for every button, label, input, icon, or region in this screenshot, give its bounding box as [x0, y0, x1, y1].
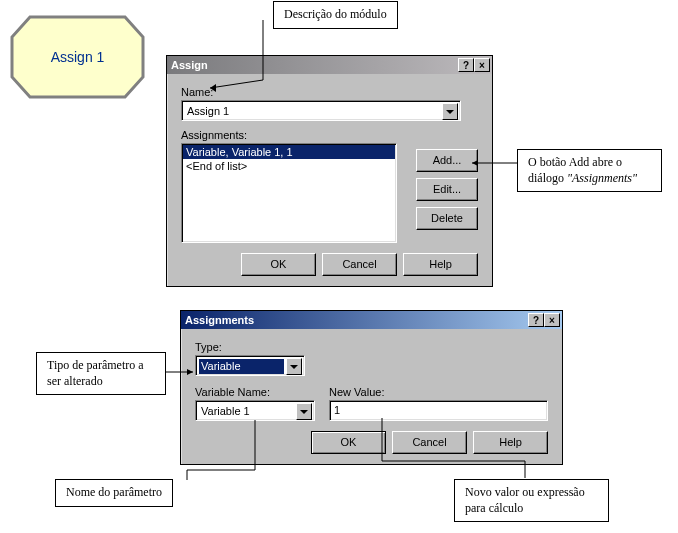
edit-button[interactable]: Edit...	[416, 178, 478, 201]
newvalue-input[interactable]: 1	[329, 400, 548, 421]
assign-dialog-title: Assign	[171, 59, 208, 71]
chevron-down-icon[interactable]	[442, 103, 458, 120]
assignments-listbox[interactable]: Variable, Variable 1, 1 <End of list>	[181, 143, 397, 243]
chevron-down-icon[interactable]	[296, 403, 312, 420]
varname-value: Variable 1	[199, 404, 294, 419]
newvalue-label: New Value:	[329, 386, 548, 398]
ok-button[interactable]: OK	[241, 253, 316, 276]
varname-label: Variable Name:	[195, 386, 315, 398]
assignments-dialog: Assignments ? × Type: Variable Variable …	[180, 310, 563, 465]
octagon-shape	[10, 15, 145, 99]
svg-marker-0	[12, 17, 143, 97]
list-item[interactable]: Variable, Variable 1, 1	[183, 145, 395, 159]
cancel-button[interactable]: Cancel	[322, 253, 397, 276]
ok-button[interactable]: OK	[311, 431, 386, 454]
annotation-add-button: O botão Add abre o diálogo "Assignments"	[517, 149, 662, 192]
delete-button[interactable]: Delete	[416, 207, 478, 230]
varname-combo[interactable]: Variable 1	[195, 400, 315, 421]
help-icon[interactable]: ?	[458, 58, 474, 72]
assignments-label: Assignments:	[181, 129, 478, 141]
type-value: Variable	[199, 359, 284, 374]
cancel-button[interactable]: Cancel	[392, 431, 467, 454]
assign-titlebar: Assign ? ×	[167, 56, 492, 74]
annotation-param-type: Tipo de parâmetro a ser alterado	[36, 352, 166, 395]
list-item-end[interactable]: <End of list>	[183, 159, 395, 173]
close-icon[interactable]: ×	[474, 58, 490, 72]
name-value: Assign 1	[185, 104, 440, 119]
close-icon[interactable]: ×	[544, 313, 560, 327]
assignments-titlebar: Assignments ? ×	[181, 311, 562, 329]
annotation-module-description: Descrição do módulo	[273, 1, 398, 29]
assignments-dialog-title: Assignments	[185, 314, 254, 326]
add-button[interactable]: Add...	[416, 149, 478, 172]
type-label: Type:	[195, 341, 548, 353]
help-button[interactable]: Help	[403, 253, 478, 276]
type-combo[interactable]: Variable	[195, 355, 305, 376]
chevron-down-icon[interactable]	[286, 358, 302, 375]
help-button[interactable]: Help	[473, 431, 548, 454]
help-icon[interactable]: ?	[528, 313, 544, 327]
annotation-new-value: Novo valor ou expressão para cálculo	[454, 479, 609, 522]
assign-module-block[interactable]: Assign 1	[10, 15, 145, 99]
name-combo[interactable]: Assign 1	[181, 100, 461, 121]
annotation-param-name: Nome do parâmetro	[55, 479, 173, 507]
name-label: Name:	[181, 86, 478, 98]
assign-dialog: Assign ? × Name: Assign 1 Assignments: V…	[166, 55, 493, 287]
